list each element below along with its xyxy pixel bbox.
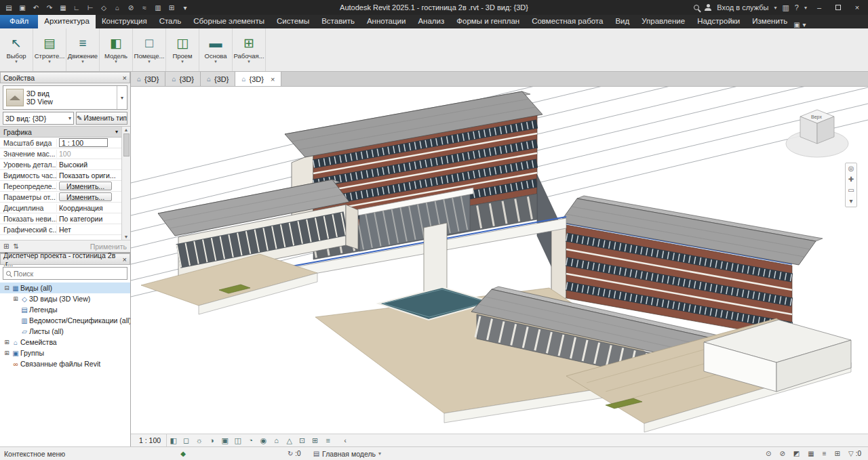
detail-level-icon[interactable]: ◧ [167,436,180,445]
ribbon-tab[interactable]: Анализ [412,15,450,28]
press-drag-icon[interactable]: ◩ [793,450,800,457]
tree-expander-icon[interactable]: ⊞ [3,350,11,356]
tag-icon[interactable]: ◇ [98,2,110,13]
zoom-icon[interactable]: ▭ [848,187,854,194]
tile-views-icon[interactable]: ⊞ [165,2,178,13]
property-row[interactable]: Графический с... Нет ▾ [0,224,121,235]
thin-lines-icon[interactable]: ≈ [138,2,151,13]
search-icon[interactable] [694,5,699,10]
section-collapse-icon[interactable]: ▾ [115,129,118,135]
editing-requests-icon[interactable]: ↻ [288,450,293,457]
properties-scrollbar[interactable]: ▲▼ [121,127,130,240]
panel-workplane[interactable]: ⊞ Рабочая... ▾ [233,28,266,71]
close-button[interactable]: × [850,3,864,12]
tree-expander-icon[interactable]: ⊞ [3,339,11,346]
tree-families[interactable]: ⊞ ⌂ Семейства [0,337,130,348]
filter-icon[interactable]: ▽ [848,450,854,457]
ribbon-tab[interactable]: Изменить [746,15,793,28]
lock-view-icon[interactable]: ⊡ [296,436,309,445]
tree-groups[interactable]: ⊞ ▣ Группы [0,348,130,358]
panel-select[interactable]: ↖ Выбор ▾ [0,28,33,71]
tree-3d-views[interactable]: ⊞ ◇ 3D виды (3D View) [0,293,130,304]
type-selector[interactable]: 3D вид 3D View ▾ [3,85,127,110]
tree-schedules[interactable]: ▥ Ведомости/Спецификации (all) [0,315,130,326]
ribbon-tab[interactable]: Управление [635,15,691,28]
project-browser-close-icon[interactable]: × [123,255,127,264]
view-tab[interactable]: ⌂ {3D} × [201,72,235,86]
ribbon-tab[interactable]: Конструкция [96,15,153,28]
browser-search-input[interactable] [14,270,124,278]
temporary-hide-icon[interactable]: ◔ [244,436,257,445]
reveal-hidden-icon[interactable]: ◉ [257,436,270,445]
sign-in-button[interactable]: Вход в службы [717,3,768,12]
property-row[interactable]: Дисциплина Координация ▾ [0,203,121,213]
display-constraints-icon[interactable]: ▦ [808,450,814,457]
file-menu-icon[interactable]: ▤ [3,2,15,13]
panel-model[interactable]: ◧ Модель ▾ [100,28,133,71]
restore-button[interactable] [831,3,845,12]
tree-legends[interactable]: ▤ Легенды [0,304,130,315]
tree-views-all[interactable]: ⊟ ▦ Виды (all) [0,283,130,293]
sign-in-caret-icon[interactable]: ▾ [774,5,776,11]
help-caret-icon[interactable]: ▾ [804,5,807,11]
panel-build[interactable]: ▤ Строите... ▾ [33,28,66,71]
show-crop-icon[interactable]: ◫ [231,436,244,445]
drawing-area[interactable]: Верх ◎✚▭▾ [131,87,868,434]
view-tab[interactable]: ⌂ {3D} × [131,72,165,86]
tree-sheets[interactable]: ▱ Листы (all) [0,326,130,337]
user-icon[interactable] [705,4,711,11]
undo-icon[interactable]: ↶ [30,2,42,13]
properties-sort-icon[interactable]: ⇅ [13,243,18,250]
temporary-view-properties-icon[interactable]: ⌂ [270,436,283,445]
property-row[interactable]: Графика ▾ [0,127,121,138]
property-row[interactable]: Значение мас... 100 ▾ [0,148,121,159]
tree-expander-icon[interactable]: ⊟ [3,285,11,291]
ribbon-tab[interactable]: Системы [271,15,315,28]
model-3d-view[interactable]: Верх [131,87,868,434]
apply-button[interactable]: Применить [90,243,127,251]
customize-qat-icon[interactable]: ▾ [179,2,191,13]
select-pinned-icon[interactable]: ⊞ [835,450,840,457]
visual-style-icon[interactable]: ◻ [180,436,193,445]
ribbon-tab[interactable]: Вид [609,15,635,28]
measure-icon[interactable]: ∟ [71,2,83,13]
ribbon-tab[interactable]: Надстройки [691,15,746,28]
ribbon-tab[interactable]: Совместная работа [526,15,609,28]
view-cube[interactable]: Верх [786,110,848,157]
steering-wheel-icon[interactable]: ◎ [848,165,854,172]
cart-icon[interactable]: ▥ [782,3,789,12]
help-icon[interactable]: ? [795,3,799,12]
pan-icon[interactable]: ✚ [848,176,854,183]
active-workset-combo[interactable]: ▤ Главная модель ▾ [313,450,435,458]
panel-circulation[interactable]: ≡ Движение ▾ [66,28,100,71]
file-tab[interactable]: Файл [0,15,38,28]
property-row[interactable]: Показать неви... По категории ▾ [0,213,121,224]
tree-revit-links[interactable]: ∞ Связанные файлы Revit [0,358,130,369]
property-row[interactable]: Видимость час... Показать ориги... ▾ [0,170,121,181]
crop-view-icon[interactable]: ▣ [218,436,231,445]
panel-datum[interactable]: ▬ Основа ▾ [199,28,233,71]
ui-toggle-caret-icon[interactable]: ▾ [803,21,806,28]
analytical-model-icon[interactable]: △ [283,436,296,445]
section-icon[interactable]: ⊘ [125,2,137,13]
property-row[interactable]: Параметры от... Изменить... ▾ [0,192,121,203]
ribbon-tab[interactable]: Сталь [153,15,188,28]
panel-room-area[interactable]: □ Помеще... ▾ [133,28,166,71]
scroll-left-icon[interactable]: ‹ [344,436,347,444]
schedule-icon[interactable]: ▥ [152,2,164,13]
navbar-more-icon[interactable]: ▾ [849,198,852,205]
minimize-button[interactable]: – [812,3,826,12]
editable-only-icon[interactable]: ⊙ [766,450,771,457]
property-row[interactable]: Переопределе... Изменить... ▾ [0,181,121,192]
view-scale-button[interactable]: 1 : 100 [134,434,167,446]
print-icon[interactable]: ▦ [57,2,69,13]
default-3d-view-icon[interactable]: ⌂ [111,2,123,13]
redo-icon[interactable]: ↷ [43,2,56,13]
instance-filter-combo[interactable]: 3D вид: {3D} ▾ [3,112,74,125]
ribbon-tab[interactable]: Формы и генплан [450,15,526,28]
ribbon-tab[interactable]: Вставить [315,15,361,28]
view-tab[interactable]: ⌂ {3D} × [165,72,200,86]
aligned-dimension-icon[interactable]: ⊢ [84,2,96,13]
ribbon-tab[interactable]: Аннотации [361,15,412,28]
ribbon-tab[interactable]: Архитектура [38,15,96,28]
